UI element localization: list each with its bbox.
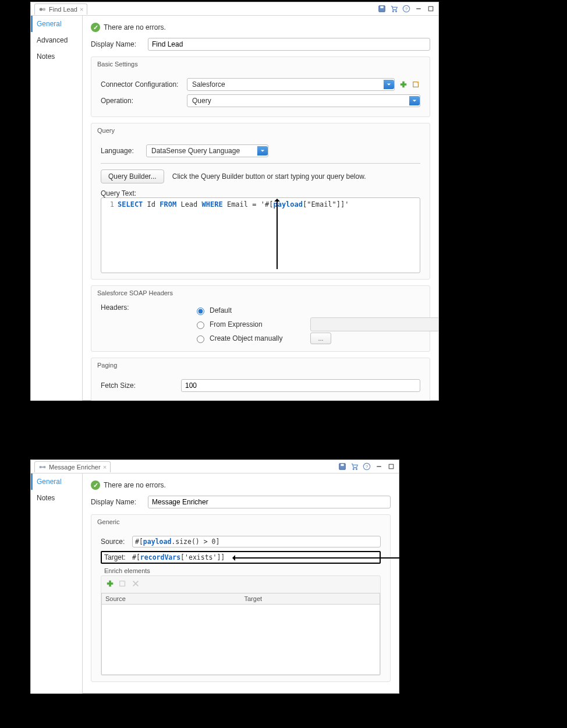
- svg-point-0: [40, 8, 42, 10]
- source-input[interactable]: #[payload.size() > 0]: [132, 536, 381, 547]
- cart-icon[interactable]: [350, 462, 359, 471]
- svg-point-4: [392, 11, 394, 12]
- status-text: There are no errors.: [104, 481, 166, 489]
- minimize-icon[interactable]: [414, 5, 423, 13]
- content: ✓ There are no errors. Display Name: Bas…: [83, 16, 438, 401]
- query-builder-button[interactable]: Query Builder...: [101, 169, 164, 183]
- svg-rect-21: [377, 466, 381, 467]
- soap-headers-title: Salesforce SOAP Headers: [91, 286, 430, 301]
- toolbar-actions: ?: [338, 462, 395, 471]
- annotation-arrow-horizontal: [233, 557, 565, 559]
- svg-point-17: [353, 469, 354, 470]
- svg-rect-24: [107, 582, 114, 585]
- svg-rect-14: [44, 466, 46, 468]
- chevron-down-icon: [384, 80, 394, 89]
- help-icon[interactable]: ?: [402, 5, 410, 13]
- col-source: Source: [102, 593, 241, 604]
- chevron-down-icon: [409, 96, 420, 105]
- edit-element-icon[interactable]: [119, 579, 127, 589]
- enrich-table-header: Source Target: [101, 593, 380, 605]
- svg-rect-13: [40, 466, 42, 468]
- sidebar-item-notes[interactable]: Notes: [31, 490, 82, 506]
- fetch-size-label: Fetch Size:: [101, 381, 176, 390]
- svg-rect-3: [380, 6, 383, 9]
- headers-label: Headers:: [101, 303, 182, 345]
- basic-settings-title: Basic Settings: [91, 57, 430, 72]
- status-bar: ✓ There are no errors.: [91, 23, 430, 32]
- tab-title: Find Lead: [49, 6, 77, 13]
- query-text-label: Query Text:: [101, 189, 420, 197]
- fetch-size-input[interactable]: [181, 379, 420, 392]
- expression-input-disabled: [310, 317, 438, 331]
- edit-config-icon[interactable]: [412, 80, 420, 89]
- target-label: Target:: [104, 553, 130, 561]
- query-group: Query Language: DataSense Query Language…: [91, 123, 430, 280]
- svg-rect-22: [389, 464, 394, 469]
- svg-rect-16: [341, 464, 343, 467]
- annotation-arrow-vertical: [277, 199, 278, 269]
- maximize-icon[interactable]: [427, 5, 435, 13]
- ok-icon: ✓: [91, 480, 100, 490]
- paging-group: Paging Fetch Size:: [91, 358, 430, 401]
- tab-title: Message Enricher: [49, 464, 101, 471]
- toolbar-actions: ?: [378, 5, 435, 13]
- enricher-icon: [38, 463, 47, 471]
- sidebar: General Notes: [31, 473, 83, 694]
- display-name-input[interactable]: [148, 38, 430, 51]
- connector-icon: [38, 5, 47, 13]
- sidebar-item-general[interactable]: General: [31, 16, 82, 32]
- help-icon[interactable]: ?: [363, 462, 371, 471]
- language-label: Language:: [101, 147, 141, 155]
- message-enricher-panel: Message Enricher × ? General Notes ✓ The…: [30, 460, 399, 694]
- toolbar: Find Lead × ?: [31, 2, 438, 16]
- svg-point-5: [396, 11, 397, 12]
- connector-config-label: Connector Configuration:: [101, 80, 182, 89]
- sidebar: General Advanced Notes: [31, 16, 83, 401]
- content: ✓ There are no errors. Display Name: Gen…: [83, 473, 399, 694]
- display-name-input[interactable]: [148, 496, 391, 508]
- svg-rect-9: [428, 6, 433, 11]
- ok-icon: ✓: [91, 23, 100, 32]
- col-target: Target: [241, 593, 380, 604]
- tab-find-lead[interactable]: Find Lead ×: [34, 3, 87, 15]
- enrich-elements-title: Enrich elements: [104, 567, 381, 574]
- maximize-icon[interactable]: [387, 462, 395, 471]
- headers-default-radio[interactable]: Default: [194, 306, 232, 315]
- svg-text:?: ?: [405, 6, 408, 12]
- display-name-label: Display Name:: [91, 498, 143, 506]
- minimize-icon[interactable]: [375, 462, 383, 471]
- sidebar-item-advanced[interactable]: Advanced: [31, 32, 82, 48]
- connector-config-select[interactable]: Salesforce: [187, 78, 395, 91]
- basic-settings-group: Basic Settings Connector Configuration: …: [91, 56, 430, 117]
- language-select[interactable]: DataSense Query Language: [146, 144, 268, 157]
- source-label: Source:: [101, 538, 129, 546]
- manual-edit-button[interactable]: ...: [310, 333, 331, 344]
- svg-point-1: [42, 8, 45, 10]
- display-name-label: Display Name:: [91, 40, 143, 48]
- operation-select[interactable]: Query: [187, 94, 420, 107]
- query-title: Query: [91, 123, 430, 139]
- headers-manual-radio[interactable]: Create Object manually: [194, 334, 287, 343]
- close-icon[interactable]: ×: [80, 6, 83, 13]
- generic-title: Generic: [91, 515, 390, 530]
- status-text: There are no errors.: [104, 23, 166, 31]
- svg-text:?: ?: [366, 464, 368, 469]
- soap-headers-group: Salesforce SOAP Headers Headers: Default…: [91, 285, 430, 352]
- cart-icon[interactable]: [390, 5, 398, 13]
- sidebar-item-general[interactable]: General: [31, 473, 82, 490]
- headers-from-expression-radio[interactable]: From Expression: [194, 320, 287, 329]
- status-bar: ✓ There are no errors.: [91, 480, 391, 490]
- operation-label: Operation:: [101, 97, 182, 105]
- add-element-icon[interactable]: [106, 579, 114, 589]
- query-text-editor[interactable]: 1SELECT Id FROM Lead WHERE Email = '#[pa…: [101, 197, 420, 273]
- save-icon[interactable]: [378, 5, 386, 13]
- close-icon[interactable]: ×: [103, 464, 107, 471]
- find-lead-panel: Find Lead × ? General Advanced Notes ✓ T…: [30, 2, 439, 401]
- enrich-table-body[interactable]: [101, 605, 380, 675]
- save-icon[interactable]: [338, 462, 346, 471]
- toolbar: Message Enricher × ?: [31, 460, 399, 473]
- delete-element-icon[interactable]: [132, 579, 140, 589]
- tab-message-enricher[interactable]: Message Enricher ×: [34, 461, 111, 472]
- add-config-icon[interactable]: [399, 80, 407, 89]
- sidebar-item-notes[interactable]: Notes: [31, 48, 82, 65]
